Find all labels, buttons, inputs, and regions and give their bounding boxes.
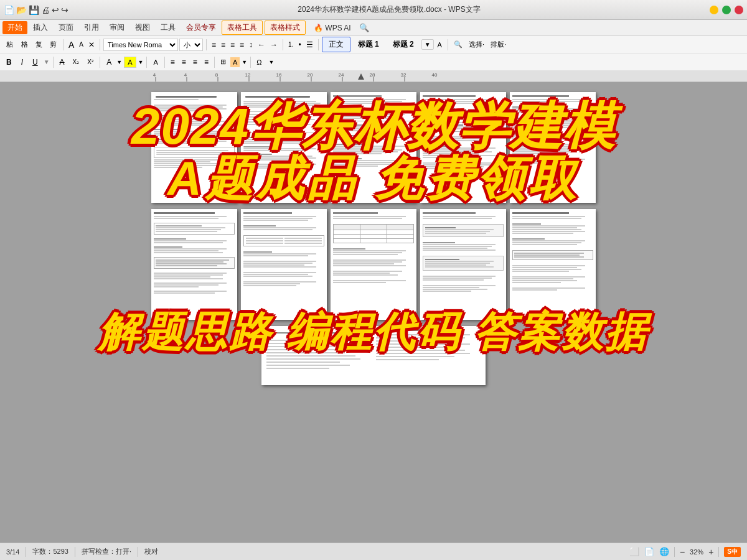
bold-btn[interactable]: B — [2, 56, 16, 68]
svg-text:20: 20 — [308, 72, 313, 78]
doc-page-2[interactable] — [241, 92, 327, 203]
font-size-select[interactable]: 小四 — [179, 39, 203, 51]
title-text: 2024华东杯数学建模A题成品免费领取.docx - WPS文字 — [298, 4, 480, 15]
superscript-btn[interactable]: X² — [84, 57, 96, 67]
doc-page-4[interactable] — [420, 92, 506, 203]
outline-icon[interactable]: ☰ — [304, 39, 315, 50]
align-right-icon[interactable]: ≡ — [228, 39, 237, 50]
doc-page-10[interactable] — [510, 209, 596, 320]
para-justify[interactable]: ≡ — [202, 57, 211, 68]
menu-table-tools[interactable]: 表格工具 — [222, 21, 263, 35]
layout-btn[interactable]: 排版· — [488, 39, 509, 50]
minimize-btn[interactable] — [710, 6, 718, 14]
border-btn[interactable]: ⊞ — [218, 57, 228, 67]
underline-btn[interactable]: U — [29, 56, 42, 68]
doc-page-9[interactable] — [420, 209, 506, 320]
highlight-btn[interactable]: A — [124, 57, 136, 68]
document-canvas: ☑ — [0, 82, 747, 560]
indent-increase-icon[interactable]: → — [268, 39, 280, 50]
clear-format-btn[interactable]: ✕ — [87, 39, 96, 50]
menu-search-icon[interactable]: 🔍 — [359, 23, 369, 32]
view-read-icon[interactable]: 📄 — [644, 547, 654, 556]
indent-decrease-icon[interactable]: ← — [256, 39, 267, 50]
subscript-btn[interactable]: X₂ — [70, 57, 83, 67]
view-web-icon[interactable]: 🌐 — [659, 547, 669, 556]
doc-page-8[interactable] — [331, 209, 416, 320]
doc-page-6[interactable] — [151, 209, 237, 320]
shading-dropdown[interactable]: ▼ — [242, 59, 247, 65]
highlight-dropdown[interactable]: ▼ — [138, 59, 144, 65]
proofreading[interactable]: 校对 — [144, 547, 158, 556]
zhengwen-style-btn[interactable]: 正文 — [322, 37, 350, 52]
open-icon[interactable]: 📂 — [16, 5, 27, 15]
doc-page-1[interactable] — [151, 92, 237, 203]
page-row-1 — [151, 92, 596, 203]
menu-reference[interactable]: 引用 — [79, 21, 104, 34]
doc-page-3[interactable] — [331, 92, 416, 203]
menu-insert[interactable]: 插入 — [28, 21, 53, 34]
menu-table-style[interactable]: 表格样式 — [265, 21, 306, 35]
page-row-2 — [151, 209, 596, 320]
new-doc-icon[interactable]: 📄 — [4, 5, 14, 15]
doc-page-7[interactable] — [241, 209, 327, 320]
format-paste-btn[interactable]: 格 — [18, 39, 31, 50]
italic-btn[interactable]: I — [17, 56, 27, 68]
para-align-center[interactable]: ≡ — [179, 57, 189, 68]
find-replace-btn[interactable]: 🔍 — [451, 39, 465, 50]
svg-text:4: 4 — [184, 72, 187, 78]
char-shading-btn[interactable]: A — [150, 57, 161, 67]
save-icon[interactable]: 💾 — [29, 5, 39, 15]
word-count: 字数：5293 — [32, 547, 68, 556]
font-size-decrease-btn[interactable]: A — [67, 39, 76, 51]
numbering-icon[interactable]: 1. — [286, 40, 295, 49]
doc-page-11[interactable]: ☑ — [261, 326, 486, 385]
spell-check[interactable]: 拼写检查：打开· — [82, 547, 131, 556]
shading-btn[interactable]: A — [230, 57, 240, 67]
zoom-out-btn[interactable]: − — [680, 547, 685, 557]
para-align-left[interactable]: ≡ — [168, 57, 177, 68]
insert-symbol-btn[interactable]: Ω — [254, 57, 264, 67]
paste-btn[interactable]: 粘 — [2, 38, 17, 51]
font-color-btn[interactable]: A — [103, 57, 115, 68]
justify-icon[interactable]: ≡ — [238, 39, 246, 50]
maximize-btn[interactable] — [722, 6, 731, 14]
select-btn[interactable]: 选择· — [466, 39, 487, 50]
close-btn[interactable] — [735, 6, 743, 14]
menu-wps-ai[interactable]: 🔥 WPS AI — [309, 22, 356, 34]
style-dropdown-btn[interactable]: ▼ — [421, 39, 434, 50]
redo-icon[interactable]: ↪ — [61, 5, 68, 15]
svg-text:32: 32 — [401, 72, 406, 78]
underline-color-icon: ▼ — [44, 58, 50, 65]
toolbar-row1: 粘 格 复 剪 A A ✕ Times New Roma 小四 ≡ ≡ ≡ ≡ … — [0, 36, 747, 54]
cut-btn[interactable]: 剪 — [47, 39, 60, 50]
line-spacing-icon[interactable]: ↕ — [247, 39, 255, 50]
zoom-in-btn[interactable]: + — [708, 547, 713, 557]
biaoti1-style-btn[interactable]: 标题 1 — [352, 37, 385, 52]
biaoti2-style-btn[interactable]: 标题 2 — [387, 37, 420, 52]
format-dropdown-btn[interactable]: ▼ — [266, 58, 276, 67]
align-center-icon[interactable]: ≡ — [219, 39, 227, 50]
copy-btn[interactable]: 复 — [32, 39, 45, 50]
doc-page-5[interactable] — [510, 92, 596, 203]
menu-tools[interactable]: 工具 — [156, 21, 181, 34]
menu-view[interactable]: 视图 — [130, 21, 155, 34]
svg-text:12: 12 — [245, 72, 251, 78]
menu-member[interactable]: 会员专享 — [181, 21, 221, 34]
strikethrough-btn[interactable]: A — [57, 57, 68, 68]
menu-start[interactable]: 开始 — [2, 21, 27, 34]
menu-review[interactable]: 审阅 — [105, 21, 129, 34]
font-color-dropdown[interactable]: ▼ — [116, 59, 122, 65]
svg-text:40: 40 — [432, 72, 438, 78]
page-row-3: ☑ — [261, 326, 486, 385]
align-left-icon[interactable]: ≡ — [210, 39, 218, 50]
undo-icon[interactable]: ↩ — [52, 5, 59, 15]
style-preview-icon[interactable]: A — [435, 40, 444, 50]
para-align-right[interactable]: ≡ — [190, 57, 200, 68]
font-name-select[interactable]: Times New Roma — [103, 39, 178, 51]
view-normal-icon[interactable]: ⬜ — [629, 547, 639, 556]
svg-text:24: 24 — [339, 72, 344, 78]
bullet-icon[interactable]: • — [296, 39, 303, 50]
menu-page[interactable]: 页面 — [54, 21, 78, 34]
print-icon[interactable]: 🖨 — [41, 5, 50, 15]
font-size-increase-btn[interactable]: A — [77, 40, 85, 49]
